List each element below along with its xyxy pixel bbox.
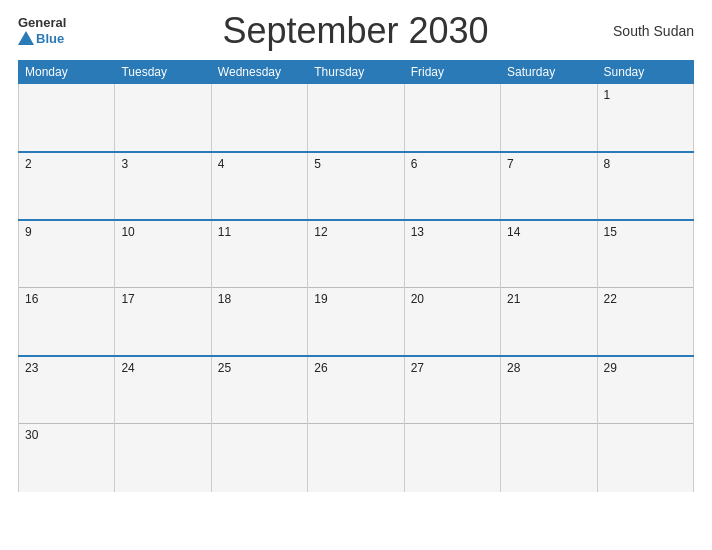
weekday-header-thursday: Thursday <box>308 61 404 84</box>
calendar-cell: 1 <box>597 84 693 152</box>
day-number: 20 <box>411 292 424 306</box>
weekday-header-wednesday: Wednesday <box>211 61 307 84</box>
day-number: 22 <box>604 292 617 306</box>
day-number: 18 <box>218 292 231 306</box>
calendar-cell: 5 <box>308 152 404 220</box>
calendar-cell: 7 <box>501 152 597 220</box>
weekday-header-monday: Monday <box>19 61 115 84</box>
weekday-header-row: MondayTuesdayWednesdayThursdayFridaySatu… <box>19 61 694 84</box>
day-number: 21 <box>507 292 520 306</box>
day-number: 12 <box>314 225 327 239</box>
day-number: 19 <box>314 292 327 306</box>
day-number: 2 <box>25 157 32 171</box>
calendar-cell <box>308 84 404 152</box>
day-number: 30 <box>25 428 38 442</box>
weekday-header-saturday: Saturday <box>501 61 597 84</box>
calendar-cell: 8 <box>597 152 693 220</box>
calendar-cell: 18 <box>211 288 307 356</box>
day-number: 25 <box>218 361 231 375</box>
week-row-4: 23242526272829 <box>19 356 694 424</box>
day-number: 8 <box>604 157 611 171</box>
calendar-cell: 6 <box>404 152 500 220</box>
calendar-cell <box>115 84 211 152</box>
calendar-cell <box>19 84 115 152</box>
calendar-cell: 22 <box>597 288 693 356</box>
logo-general-text: General <box>18 16 66 30</box>
day-number: 6 <box>411 157 418 171</box>
week-row-3: 16171819202122 <box>19 288 694 356</box>
calendar-cell: 25 <box>211 356 307 424</box>
calendar-cell: 14 <box>501 220 597 288</box>
calendar-cell: 4 <box>211 152 307 220</box>
calendar-header: General Blue September 2030 South Sudan <box>18 10 694 52</box>
country-name: South Sudan <box>613 23 694 39</box>
logo-blue-text: Blue <box>36 31 64 46</box>
calendar-grid: MondayTuesdayWednesdayThursdayFridaySatu… <box>18 60 694 492</box>
calendar-cell: 13 <box>404 220 500 288</box>
calendar-cell <box>308 424 404 492</box>
calendar-cell: 21 <box>501 288 597 356</box>
day-number: 7 <box>507 157 514 171</box>
calendar-cell: 19 <box>308 288 404 356</box>
calendar-cell: 27 <box>404 356 500 424</box>
calendar-cell <box>115 424 211 492</box>
day-number: 27 <box>411 361 424 375</box>
calendar-cell: 10 <box>115 220 211 288</box>
day-number: 23 <box>25 361 38 375</box>
calendar-cell: 15 <box>597 220 693 288</box>
calendar-cell <box>211 84 307 152</box>
calendar-cell <box>597 424 693 492</box>
calendar-cell <box>404 424 500 492</box>
day-number: 16 <box>25 292 38 306</box>
week-row-5: 30 <box>19 424 694 492</box>
calendar-cell: 29 <box>597 356 693 424</box>
day-number: 11 <box>218 225 231 239</box>
calendar-cell: 9 <box>19 220 115 288</box>
logo: General Blue <box>18 16 98 45</box>
calendar-cell <box>404 84 500 152</box>
day-number: 5 <box>314 157 321 171</box>
week-row-0: 1 <box>19 84 694 152</box>
calendar-cell: 24 <box>115 356 211 424</box>
calendar-cell <box>501 424 597 492</box>
calendar-cell: 28 <box>501 356 597 424</box>
weekday-header-sunday: Sunday <box>597 61 693 84</box>
day-number: 15 <box>604 225 617 239</box>
day-number: 10 <box>121 225 134 239</box>
day-number: 24 <box>121 361 134 375</box>
day-number: 17 <box>121 292 134 306</box>
calendar-cell: 17 <box>115 288 211 356</box>
day-number: 26 <box>314 361 327 375</box>
calendar-cell: 11 <box>211 220 307 288</box>
day-number: 9 <box>25 225 32 239</box>
weekday-header-tuesday: Tuesday <box>115 61 211 84</box>
week-row-1: 2345678 <box>19 152 694 220</box>
calendar-cell <box>501 84 597 152</box>
day-number: 1 <box>604 88 611 102</box>
day-number: 4 <box>218 157 225 171</box>
logo-triangle-icon <box>18 31 34 45</box>
day-number: 3 <box>121 157 128 171</box>
calendar-cell: 26 <box>308 356 404 424</box>
weekday-header-friday: Friday <box>404 61 500 84</box>
day-number: 13 <box>411 225 424 239</box>
calendar-cell: 20 <box>404 288 500 356</box>
day-number: 29 <box>604 361 617 375</box>
calendar-container: General Blue September 2030 South Sudan … <box>0 0 712 550</box>
day-number: 28 <box>507 361 520 375</box>
calendar-cell: 2 <box>19 152 115 220</box>
calendar-cell <box>211 424 307 492</box>
calendar-cell: 30 <box>19 424 115 492</box>
calendar-cell: 16 <box>19 288 115 356</box>
calendar-cell: 3 <box>115 152 211 220</box>
calendar-cell: 23 <box>19 356 115 424</box>
week-row-2: 9101112131415 <box>19 220 694 288</box>
calendar-cell: 12 <box>308 220 404 288</box>
calendar-title: September 2030 <box>98 10 613 52</box>
day-number: 14 <box>507 225 520 239</box>
